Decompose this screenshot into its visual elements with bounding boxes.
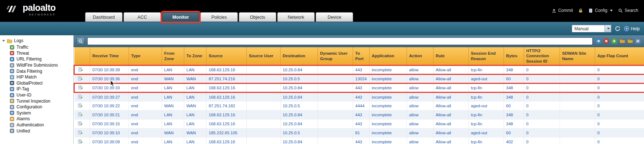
sidebar-item-tunnel-inspection[interactable]: Tunnel Inspection <box>10 98 73 104</box>
cell-sdwan-site-name[interactable] <box>560 120 595 129</box>
filter-search-button[interactable] <box>77 37 85 45</box>
log-detail-cell[interactable] <box>74 120 90 129</box>
table-row[interactable]: 07/30 10:39:33endLANLAN168.63.129.1610.2… <box>74 84 644 93</box>
cell-receive-time[interactable]: 07/30 10:39:39 <box>90 66 129 75</box>
cell-to-port[interactable]: 4444 <box>353 102 370 111</box>
cell-action[interactable]: allow <box>407 102 434 111</box>
tab-dashboard[interactable]: Dashboard <box>85 12 122 22</box>
cell-source-user[interactable] <box>247 102 281 111</box>
cell-source-user[interactable] <box>247 138 281 144</box>
cell-app-flap-count[interactable]: 0 <box>595 120 644 129</box>
refresh-button[interactable] <box>615 26 621 32</box>
cell-application[interactable]: incomplete <box>370 102 407 111</box>
cell-app-flap-count[interactable]: 0 <box>595 111 644 120</box>
cell-to-port[interactable]: 13024 <box>353 75 370 84</box>
cell-source-user[interactable] <box>247 84 281 93</box>
cell-http-2-connection-session-id[interactable]: 0 <box>524 93 560 102</box>
cell-rule[interactable]: Allow-all <box>434 66 469 75</box>
cell-to-zone[interactable]: LAN <box>184 111 207 120</box>
cell-application[interactable]: incomplete <box>370 93 407 102</box>
table-row[interactable]: 07/30 10:39:15endLANLAN168.63.129.1610.2… <box>74 120 644 129</box>
cell-rule[interactable]: Allow-all <box>434 120 469 129</box>
cell-app-flap-count[interactable]: 0 <box>595 102 644 111</box>
sidebar-item-user-id[interactable]: User-ID <box>10 92 73 98</box>
log-detail-icon[interactable] <box>78 94 83 99</box>
sidebar-item-wildfire-submissions[interactable]: WildFire Submissions <box>10 62 73 68</box>
cell-sdwan-site-name[interactable] <box>560 129 595 138</box>
cell-bytes[interactable]: 60 <box>504 102 524 111</box>
log-detail-icon[interactable] <box>78 139 83 144</box>
cell-receive-time[interactable]: 07/30 10:39:15 <box>90 120 129 129</box>
tab-network[interactable]: Network <box>277 12 315 22</box>
cell-from-zone[interactable]: LAN <box>162 120 184 129</box>
table-row[interactable]: 07/30 10:39:22endWANWAN87.251.74.18210.2… <box>74 102 644 111</box>
cell-dynamic-user-group[interactable] <box>318 111 353 120</box>
column-header-http-2-connection-session-id[interactable]: HTTP/2 Connection Session ID <box>524 47 560 66</box>
cell-sdwan-site-name[interactable] <box>560 84 595 93</box>
cell-receive-time[interactable]: 07/30 10:39:36 <box>90 75 129 84</box>
cell-action[interactable]: allow <box>407 120 434 129</box>
cell-from-zone[interactable]: WAN <box>162 129 184 138</box>
sidebar-item-alarms[interactable]: Alarms <box>10 116 73 122</box>
cell-to-port[interactable]: 443 <box>353 111 370 120</box>
log-detail-cell[interactable] <box>74 102 90 111</box>
cell-action[interactable]: allow <box>407 129 434 138</box>
cell-destination[interactable]: 10.25.0.5 <box>281 129 318 138</box>
log-detail-cell[interactable] <box>74 129 90 138</box>
cell-to-zone[interactable]: LAN <box>184 138 207 144</box>
tab-monitor[interactable]: Monitor <box>162 12 199 22</box>
cell-receive-time[interactable]: 07/30 10:39:10 <box>90 129 129 138</box>
cell-to-port[interactable]: 443 <box>353 138 370 144</box>
cell-receive-time[interactable]: 07/30 10:39:09 <box>90 138 129 144</box>
cell-source[interactable]: 168.63.129.16 <box>207 111 247 120</box>
cell-dynamic-user-group[interactable] <box>318 66 353 75</box>
sidebar-item-ip-tag[interactable]: IP-Tag <box>10 86 73 92</box>
cell-application[interactable]: incomplete <box>370 84 407 93</box>
cell-from-zone[interactable]: WAN <box>162 102 184 111</box>
cell-source[interactable]: 168.63.129.16 <box>207 120 247 129</box>
cell-type[interactable]: end <box>129 93 162 102</box>
cell-http-2-connection-session-id[interactable]: 0 <box>524 120 560 129</box>
log-filter-input[interactable] <box>87 37 593 45</box>
table-row[interactable]: 07/30 10:39:21endLANLAN168.63.129.1610.2… <box>74 111 644 120</box>
table-row[interactable]: 07/30 10:39:27endLANLAN168.63.129.1610.2… <box>74 93 644 102</box>
log-detail-icon[interactable] <box>78 130 83 135</box>
column-header-source-user[interactable]: Source User <box>247 47 281 66</box>
sidebar-item-traffic[interactable]: Traffic <box>10 44 73 50</box>
cell-sdwan-site-name[interactable] <box>560 138 595 144</box>
help-button[interactable]: ? Help <box>624 26 640 31</box>
tab-policies[interactable]: Policies <box>200 12 238 22</box>
table-row[interactable]: 07/30 10:39:10endWANWAN185.232.65.10510.… <box>74 129 644 138</box>
cell-to-zone[interactable]: WAN <box>184 75 207 84</box>
cell-application[interactable]: incomplete <box>370 75 407 84</box>
cell-app-flap-count[interactable]: 0 <box>595 75 644 84</box>
sidebar-item-threat[interactable]: Threat <box>10 50 73 57</box>
column-header-rule[interactable]: Rule <box>434 47 469 66</box>
cell-application[interactable]: incomplete <box>370 129 407 138</box>
cell-action[interactable]: allow <box>407 84 434 93</box>
log-detail-cell[interactable] <box>74 75 90 84</box>
cell-dynamic-user-group[interactable] <box>318 138 353 144</box>
cell-http-2-connection-session-id[interactable]: 0 <box>524 111 560 120</box>
cell-app-flap-count[interactable]: 0 <box>595 138 644 144</box>
add-filter-icon[interactable] <box>611 38 617 44</box>
cell-type[interactable]: end <box>129 129 162 138</box>
column-header-to-port[interactable]: To Port <box>353 47 370 66</box>
cell-action[interactable]: allow <box>407 75 434 84</box>
cell-app-flap-count[interactable]: 0 <box>595 84 644 93</box>
column-header-destination[interactable]: Destination <box>281 47 318 66</box>
log-detail-icon[interactable] <box>78 112 83 117</box>
cell-application[interactable]: incomplete <box>370 111 407 120</box>
cell-bytes[interactable]: 348 <box>504 84 524 93</box>
cell-session-end-reason[interactable]: tcp-fin <box>469 84 504 93</box>
cell-rule[interactable]: Allow-all <box>434 84 469 93</box>
table-row[interactable]: 07/30 10:39:09endLANLAN168.63.129.1610.2… <box>74 138 644 144</box>
column-header-sdwan-site-name[interactable]: SDWAN Site Name <box>560 47 595 66</box>
cell-to-port[interactable]: 443 <box>353 84 370 93</box>
cell-type[interactable]: end <box>129 138 162 144</box>
cell-receive-time[interactable]: 07/30 10:39:21 <box>90 111 129 120</box>
cell-to-zone[interactable]: LAN <box>184 120 207 129</box>
cell-to-zone[interactable]: LAN <box>184 66 207 75</box>
column-header-dynamic-user-group[interactable]: Dynamic User Group <box>318 47 353 66</box>
tab-acc[interactable]: ACC <box>124 12 161 22</box>
